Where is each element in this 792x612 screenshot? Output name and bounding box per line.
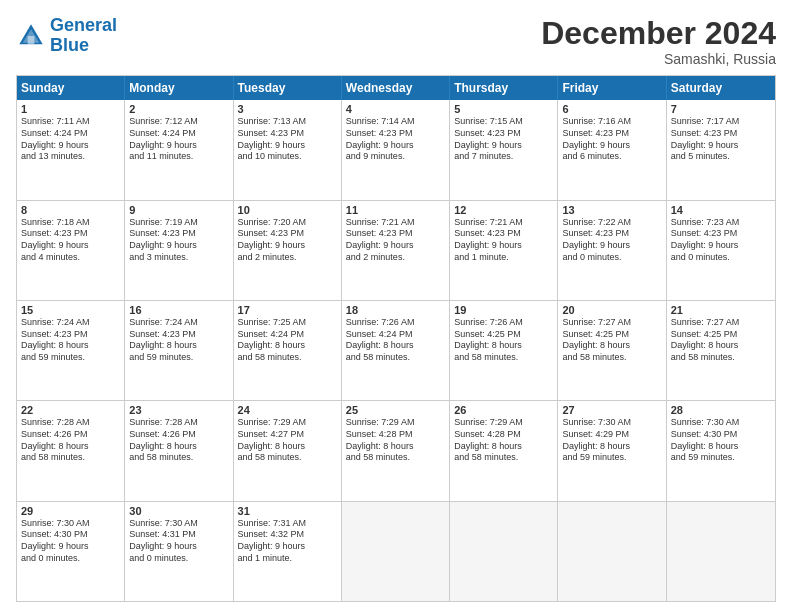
cal-cell-1-6: 6Sunrise: 7:16 AM Sunset: 4:23 PM Daylig… — [558, 100, 666, 199]
day-number: 16 — [129, 304, 228, 316]
cal-cell-3-5: 19Sunrise: 7:26 AM Sunset: 4:25 PM Dayli… — [450, 301, 558, 400]
cal-cell-3-4: 18Sunrise: 7:26 AM Sunset: 4:24 PM Dayli… — [342, 301, 450, 400]
day-number: 26 — [454, 404, 553, 416]
day-number: 8 — [21, 204, 120, 216]
cal-cell-2-2: 9Sunrise: 7:19 AM Sunset: 4:23 PM Daylig… — [125, 201, 233, 300]
day-number: 2 — [129, 103, 228, 115]
cal-cell-4-7: 28Sunrise: 7:30 AM Sunset: 4:30 PM Dayli… — [667, 401, 775, 500]
day-number: 3 — [238, 103, 337, 115]
day-info: Sunrise: 7:16 AM Sunset: 4:23 PM Dayligh… — [562, 116, 661, 163]
cal-cell-3-6: 20Sunrise: 7:27 AM Sunset: 4:25 PM Dayli… — [558, 301, 666, 400]
header-wednesday: Wednesday — [342, 76, 450, 100]
day-info: Sunrise: 7:30 AM Sunset: 4:29 PM Dayligh… — [562, 417, 661, 464]
cal-cell-5-6 — [558, 502, 666, 601]
day-info: Sunrise: 7:24 AM Sunset: 4:23 PM Dayligh… — [129, 317, 228, 364]
day-info: Sunrise: 7:20 AM Sunset: 4:23 PM Dayligh… — [238, 217, 337, 264]
cal-cell-1-7: 7Sunrise: 7:17 AM Sunset: 4:23 PM Daylig… — [667, 100, 775, 199]
cal-cell-2-1: 8Sunrise: 7:18 AM Sunset: 4:23 PM Daylig… — [17, 201, 125, 300]
logo-icon — [16, 21, 46, 51]
day-info: Sunrise: 7:31 AM Sunset: 4:32 PM Dayligh… — [238, 518, 337, 565]
cal-cell-5-2: 30Sunrise: 7:30 AM Sunset: 4:31 PM Dayli… — [125, 502, 233, 601]
calendar-week-2: 8Sunrise: 7:18 AM Sunset: 4:23 PM Daylig… — [17, 201, 775, 301]
cal-cell-4-3: 24Sunrise: 7:29 AM Sunset: 4:27 PM Dayli… — [234, 401, 342, 500]
day-info: Sunrise: 7:19 AM Sunset: 4:23 PM Dayligh… — [129, 217, 228, 264]
header-friday: Friday — [558, 76, 666, 100]
title-block: December 2024 Samashki, Russia — [541, 16, 776, 67]
day-info: Sunrise: 7:15 AM Sunset: 4:23 PM Dayligh… — [454, 116, 553, 163]
header-saturday: Saturday — [667, 76, 775, 100]
day-number: 23 — [129, 404, 228, 416]
cal-cell-2-7: 14Sunrise: 7:23 AM Sunset: 4:23 PM Dayli… — [667, 201, 775, 300]
day-info: Sunrise: 7:14 AM Sunset: 4:23 PM Dayligh… — [346, 116, 445, 163]
day-info: Sunrise: 7:12 AM Sunset: 4:24 PM Dayligh… — [129, 116, 228, 163]
day-info: Sunrise: 7:27 AM Sunset: 4:25 PM Dayligh… — [671, 317, 771, 364]
day-number: 5 — [454, 103, 553, 115]
cal-cell-4-5: 26Sunrise: 7:29 AM Sunset: 4:28 PM Dayli… — [450, 401, 558, 500]
cal-cell-1-1: 1Sunrise: 7:11 AM Sunset: 4:24 PM Daylig… — [17, 100, 125, 199]
cal-cell-5-5 — [450, 502, 558, 601]
cal-cell-3-3: 17Sunrise: 7:25 AM Sunset: 4:24 PM Dayli… — [234, 301, 342, 400]
calendar: Sunday Monday Tuesday Wednesday Thursday… — [16, 75, 776, 602]
day-number: 18 — [346, 304, 445, 316]
cal-cell-1-5: 5Sunrise: 7:15 AM Sunset: 4:23 PM Daylig… — [450, 100, 558, 199]
day-info: Sunrise: 7:21 AM Sunset: 4:23 PM Dayligh… — [454, 217, 553, 264]
svg-rect-2 — [28, 36, 35, 44]
calendar-week-1: 1Sunrise: 7:11 AM Sunset: 4:24 PM Daylig… — [17, 100, 775, 200]
page: General Blue December 2024 Samashki, Rus… — [0, 0, 792, 612]
day-number: 30 — [129, 505, 228, 517]
day-number: 25 — [346, 404, 445, 416]
day-info: Sunrise: 7:18 AM Sunset: 4:23 PM Dayligh… — [21, 217, 120, 264]
day-number: 15 — [21, 304, 120, 316]
day-info: Sunrise: 7:27 AM Sunset: 4:25 PM Dayligh… — [562, 317, 661, 364]
day-number: 7 — [671, 103, 771, 115]
day-info: Sunrise: 7:13 AM Sunset: 4:23 PM Dayligh… — [238, 116, 337, 163]
day-info: Sunrise: 7:24 AM Sunset: 4:23 PM Dayligh… — [21, 317, 120, 364]
cal-cell-2-3: 10Sunrise: 7:20 AM Sunset: 4:23 PM Dayli… — [234, 201, 342, 300]
month-title: December 2024 — [541, 16, 776, 51]
cal-cell-4-2: 23Sunrise: 7:28 AM Sunset: 4:26 PM Dayli… — [125, 401, 233, 500]
calendar-week-3: 15Sunrise: 7:24 AM Sunset: 4:23 PM Dayli… — [17, 301, 775, 401]
cal-cell-3-2: 16Sunrise: 7:24 AM Sunset: 4:23 PM Dayli… — [125, 301, 233, 400]
day-info: Sunrise: 7:30 AM Sunset: 4:30 PM Dayligh… — [21, 518, 120, 565]
day-info: Sunrise: 7:29 AM Sunset: 4:28 PM Dayligh… — [346, 417, 445, 464]
calendar-header: Sunday Monday Tuesday Wednesday Thursday… — [17, 76, 775, 100]
day-number: 21 — [671, 304, 771, 316]
day-info: Sunrise: 7:21 AM Sunset: 4:23 PM Dayligh… — [346, 217, 445, 264]
cal-cell-1-4: 4Sunrise: 7:14 AM Sunset: 4:23 PM Daylig… — [342, 100, 450, 199]
calendar-body: 1Sunrise: 7:11 AM Sunset: 4:24 PM Daylig… — [17, 100, 775, 601]
day-number: 14 — [671, 204, 771, 216]
day-number: 31 — [238, 505, 337, 517]
day-number: 27 — [562, 404, 661, 416]
day-number: 19 — [454, 304, 553, 316]
header-monday: Monday — [125, 76, 233, 100]
day-info: Sunrise: 7:26 AM Sunset: 4:24 PM Dayligh… — [346, 317, 445, 364]
day-number: 24 — [238, 404, 337, 416]
day-number: 20 — [562, 304, 661, 316]
day-info: Sunrise: 7:17 AM Sunset: 4:23 PM Dayligh… — [671, 116, 771, 163]
cal-cell-5-3: 31Sunrise: 7:31 AM Sunset: 4:32 PM Dayli… — [234, 502, 342, 601]
day-info: Sunrise: 7:11 AM Sunset: 4:24 PM Dayligh… — [21, 116, 120, 163]
cal-cell-4-1: 22Sunrise: 7:28 AM Sunset: 4:26 PM Dayli… — [17, 401, 125, 500]
header-sunday: Sunday — [17, 76, 125, 100]
cal-cell-1-2: 2Sunrise: 7:12 AM Sunset: 4:24 PM Daylig… — [125, 100, 233, 199]
logo-line1: General — [50, 15, 117, 35]
cal-cell-4-6: 27Sunrise: 7:30 AM Sunset: 4:29 PM Dayli… — [558, 401, 666, 500]
day-number: 11 — [346, 204, 445, 216]
day-number: 4 — [346, 103, 445, 115]
header: General Blue December 2024 Samashki, Rus… — [16, 16, 776, 67]
logo-text: General Blue — [50, 16, 117, 56]
day-info: Sunrise: 7:30 AM Sunset: 4:30 PM Dayligh… — [671, 417, 771, 464]
day-number: 17 — [238, 304, 337, 316]
day-info: Sunrise: 7:29 AM Sunset: 4:27 PM Dayligh… — [238, 417, 337, 464]
day-info: Sunrise: 7:26 AM Sunset: 4:25 PM Dayligh… — [454, 317, 553, 364]
day-info: Sunrise: 7:23 AM Sunset: 4:23 PM Dayligh… — [671, 217, 771, 264]
cal-cell-2-6: 13Sunrise: 7:22 AM Sunset: 4:23 PM Dayli… — [558, 201, 666, 300]
day-info: Sunrise: 7:28 AM Sunset: 4:26 PM Dayligh… — [129, 417, 228, 464]
day-info: Sunrise: 7:28 AM Sunset: 4:26 PM Dayligh… — [21, 417, 120, 464]
cal-cell-5-4 — [342, 502, 450, 601]
logo-line2: Blue — [50, 35, 89, 55]
day-number: 10 — [238, 204, 337, 216]
cal-cell-5-7 — [667, 502, 775, 601]
cal-cell-1-3: 3Sunrise: 7:13 AM Sunset: 4:23 PM Daylig… — [234, 100, 342, 199]
location: Samashki, Russia — [541, 51, 776, 67]
